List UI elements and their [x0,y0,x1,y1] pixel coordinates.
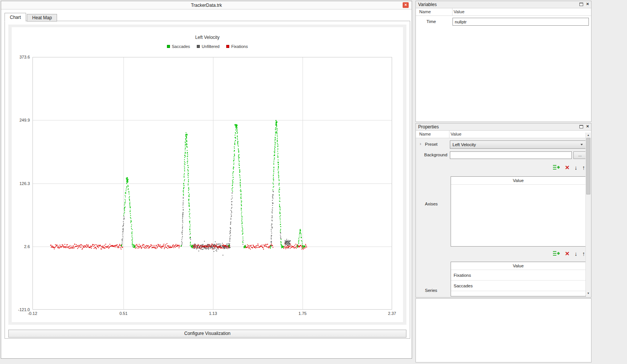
y-tick-label: 373.6 [19,55,30,59]
configure-visualization-button[interactable]: Configure Visualization [8,330,406,338]
close-panel-icon[interactable]: ✕ [586,2,589,6]
x-tick-label: -0.12 [28,311,37,316]
chart-tab-content: Left Velocity SaccadesUnfilteredFixation… [5,21,410,339]
legend-label: Fixations [231,44,248,49]
x-tick-label: 2.37 [388,311,396,316]
preset-row-label: Preset [425,142,437,147]
column-header-name: Name [419,132,431,136]
preset-selected-value: Left Velocity [452,142,476,147]
tracker-document-window: TrackerData.trk ✕ Chart Heat Map Left Ve… [1,1,412,359]
scroll-up-icon[interactable]: ▲ [586,133,591,137]
axises-listbox[interactable]: Value [451,176,586,247]
chart-legend: SaccadesUnfilteredFixations [12,44,403,49]
legend-swatch [167,45,170,48]
move-down-icon[interactable]: ↓ [574,165,578,170]
time-value-input[interactable] [452,18,589,26]
scrollbar-thumb[interactable] [586,138,590,194]
background-row-label: Background [424,153,447,157]
remove-item-icon[interactable]: ✕ [565,251,570,256]
chart-title: Left Velocity [12,35,403,40]
window-titlebar[interactable]: TrackerData.trk ✕ [1,1,412,9]
remove-item-icon[interactable]: ✕ [565,165,570,170]
column-header-value: Value [451,132,462,136]
legend-label: Unfiltered [202,44,219,49]
empty-dock-panel [415,298,591,362]
properties-panel-title: Properties [418,124,439,130]
preset-combobox[interactable]: Left Velocity [450,140,586,149]
legend-swatch [226,45,229,48]
y-tick-label: 126.3 [19,181,30,186]
legend-item-saccades: Saccades [167,44,190,49]
column-header-name: Name [419,9,431,14]
list-item[interactable]: Saccades [451,281,585,291]
x-axis-tick-labels: -0.120.511.131.752.37 [32,311,392,317]
variables-table-header: Name Value [416,8,591,16]
properties-scrollbar[interactable]: ▲ ▼ [585,133,591,296]
window-title: TrackerData.trk [1,3,412,8]
variables-panel: Variables ✕ Name Value Time [415,1,591,122]
column-divider [452,8,452,15]
chevron-down-icon [581,144,583,145]
legend-item-fixations: Fixations [226,44,248,49]
legend-label: Saccades [172,44,190,49]
column-header-value: Value [454,9,465,14]
move-down-icon[interactable]: ↓ [574,251,578,256]
close-panel-icon[interactable]: ✕ [586,125,589,128]
velocity-scatter-plot[interactable] [32,57,392,310]
series-toolbar: ✕ ↓ ↑ [553,249,585,258]
axises-row-label: Axises [425,202,438,206]
variables-panel-header[interactable]: Variables ✕ [416,1,591,8]
float-panel-icon[interactable] [579,125,583,128]
legend-swatch [197,45,200,48]
move-up-icon[interactable]: ↑ [582,251,585,256]
view-tabbar: Chart Heat Map [5,13,58,22]
move-up-icon[interactable]: ↑ [582,165,585,170]
float-panel-icon[interactable] [579,3,583,6]
axises-toolbar: ✕ ↓ ↑ [553,163,585,171]
column-divider [449,131,449,138]
series-list-header: Value [451,262,585,270]
background-browse-button[interactable]: ... [573,151,587,159]
properties-panel: Properties ✕ Name Value › Preset Left Ve… [415,123,591,298]
series-row-label: Series [425,288,437,293]
window-close-button[interactable]: ✕ [403,2,409,8]
properties-panel-header[interactable]: Properties ✕ [416,123,591,131]
add-to-list-icon[interactable] [553,251,560,256]
properties-table-header: Name Value [416,131,591,138]
y-axis-tick-labels: 373.6249.9126.32.6-121.0 [12,57,31,310]
chart-card: Left Velocity SaccadesUnfilteredFixation… [12,27,403,322]
variables-panel-title: Variables [418,2,437,7]
x-tick-label: 0.51 [119,311,127,316]
x-tick-label: 1.75 [298,311,306,316]
scroll-down-icon[interactable]: ▼ [586,291,591,296]
series-listbox[interactable]: Value Fixations Saccades [451,262,586,296]
x-tick-label: 1.13 [209,311,217,316]
y-tick-label: 249.9 [19,118,30,122]
variable-name-time: Time [426,19,436,24]
y-tick-label: 2.6 [24,244,30,249]
background-value-input[interactable] [450,151,572,159]
expand-caret-icon[interactable]: › [420,141,421,146]
axises-list-header: Value [451,177,585,185]
chart-panel: Left Velocity SaccadesUnfilteredFixation… [8,25,406,325]
tab-heat-map[interactable]: Heat Map [27,14,57,22]
list-item[interactable]: Fixations [451,270,585,281]
app-root: TrackerData.trk ✕ Chart Heat Map Left Ve… [0,0,627,364]
legend-item-unfiltered: Unfiltered [197,44,219,49]
add-to-list-icon[interactable] [553,165,560,170]
tab-chart[interactable]: Chart [5,13,26,22]
